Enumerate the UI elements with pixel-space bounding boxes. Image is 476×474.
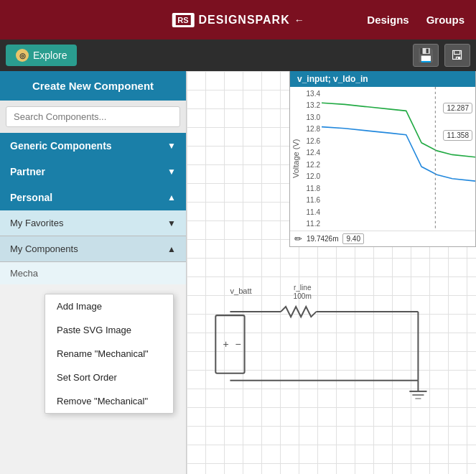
chevron-down-icon: ▼: [167, 167, 176, 177]
ctx-rename[interactable]: Rename "Mechanical": [45, 342, 173, 366]
logo-box: RS: [172, 13, 194, 27]
chevron-down-icon: ▼: [167, 141, 176, 151]
search-input[interactable]: [6, 106, 180, 127]
y-tick: 11.4: [303, 208, 320, 216]
canvas-area[interactable]: v_input; v_ldo_in Voltage (V) 13.413.213…: [187, 71, 476, 474]
y-tick: 12.0: [303, 172, 320, 180]
nav-links: Designs Groups: [367, 14, 465, 26]
main-area: Create New Component Generic Components …: [0, 71, 476, 474]
category-partner-label: Partner: [10, 166, 45, 177]
y-tick: 11.2: [303, 220, 320, 228]
chart-inner: Voltage (V) 13.413.213.012.812.612.412.2…: [290, 87, 475, 231]
chart-title: v_input; v_ldo_in: [290, 71, 475, 87]
subcategory-my-favorites[interactable]: My Favorites ▼: [0, 210, 186, 236]
nav-groups[interactable]: Groups: [426, 14, 465, 26]
circuit-area: v_batt r_line 100m + −: [187, 229, 476, 474]
logo-arrow: ←: [294, 14, 304, 26]
y-tick: 12.4: [303, 149, 320, 157]
y-tick: 11.8: [303, 185, 320, 192]
sidebar: Create New Component Generic Components …: [0, 71, 187, 474]
category-personal-label: Personal: [10, 192, 52, 203]
svg-text:+: +: [223, 338, 228, 350]
y-tick: 13.0: [303, 113, 320, 121]
logo-rs-badge: RS: [175, 15, 190, 25]
chart-panel: v_input; v_ldo_in Voltage (V) 13.413.213…: [289, 71, 476, 247]
y-tick: 13.4: [303, 90, 320, 98]
circuit-svg: v_batt r_line 100m + −: [187, 229, 476, 474]
y-tick: 11.6: [303, 196, 320, 204]
chevron-down-icon: ▼: [167, 218, 176, 228]
ctx-paste-svg[interactable]: Paste SVG Image: [45, 318, 173, 342]
r-line-label: r_line: [294, 284, 312, 292]
chart-plot: 12.287 11.358: [322, 87, 475, 231]
save-button[interactable]: 💾: [413, 44, 439, 67]
subcategory-my-components[interactable]: My Components ▲: [0, 236, 186, 262]
data-bubble-1: 12.287: [443, 103, 472, 113]
explore-label: Explore: [33, 50, 67, 61]
search-box: [0, 101, 186, 133]
r-line-value: 100m: [294, 292, 312, 300]
chevron-up-icon: ▲: [167, 192, 176, 203]
y-tick: 12.2: [303, 161, 320, 169]
y-axis-label: Voltage (V): [290, 87, 302, 231]
my-favorites-label: My Favorites: [10, 218, 63, 228]
v-batt-label: v_batt: [230, 287, 251, 295]
ctx-set-sort-order[interactable]: Set Sort Order: [45, 366, 173, 389]
logo-area: RS DESIGNSPARK ←: [172, 13, 304, 27]
ctx-add-image[interactable]: Add Image: [45, 294, 173, 318]
y-tick: 12.6: [303, 137, 320, 145]
explore-button[interactable]: ◎ Explore: [6, 45, 77, 66]
save-as-button[interactable]: 🖫: [444, 44, 470, 67]
app-header: RS DESIGNSPARK ← Designs Groups: [0, 0, 476, 40]
nav-designs[interactable]: Designs: [367, 14, 409, 26]
chevron-up-icon: ▲: [167, 244, 176, 254]
create-new-component-button[interactable]: Create New Component: [0, 71, 186, 101]
y-tick: 12.8: [303, 125, 320, 133]
category-personal[interactable]: Personal ▲: [0, 185, 186, 210]
logo-name: DESIGNSPARK: [199, 14, 290, 27]
category-generic-components[interactable]: Generic Components ▼: [0, 133, 186, 159]
ctx-remove[interactable]: Remove "Mechanical": [45, 389, 173, 413]
mechanical-list-item[interactable]: Mecha: [0, 262, 186, 284]
y-axis-ticks: 13.413.213.012.812.612.412.212.011.811.6…: [302, 87, 322, 231]
data-bubble-2: 11.358: [443, 130, 472, 141]
explore-icon: ◎: [16, 49, 29, 62]
context-menu: Add Image Paste SVG Image Rename "Mechan…: [45, 294, 174, 414]
category-generic-label: Generic Components: [10, 140, 112, 152]
svg-text:−: −: [235, 338, 241, 350]
toolbar: ◎ Explore 💾 🖫: [0, 40, 476, 71]
category-partner[interactable]: Partner ▼: [0, 159, 186, 185]
y-tick: 13.2: [303, 101, 320, 109]
my-components-label: My Components: [10, 243, 78, 254]
